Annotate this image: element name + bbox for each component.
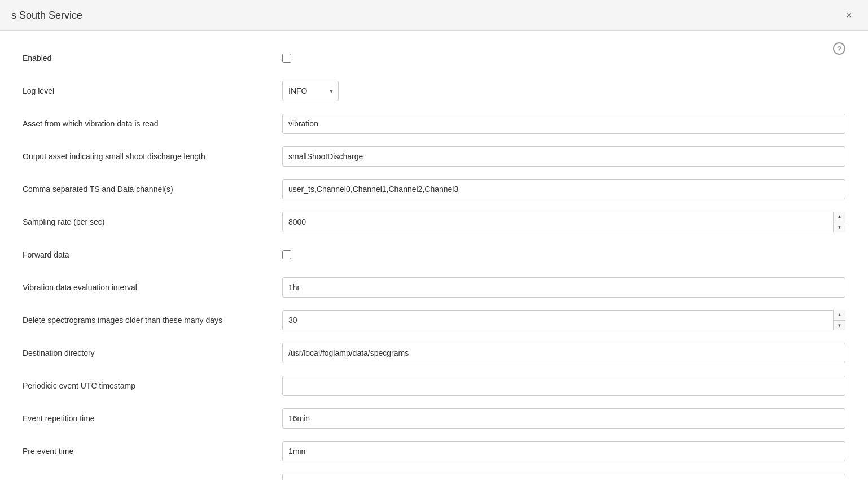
- input-destination_dir[interactable]: [282, 343, 845, 363]
- form-row-ts_channels: Comma separated TS and Data channel(s): [23, 179, 845, 199]
- form-row-periodic_utc: Periodicic event UTC timestamp: [23, 376, 845, 396]
- label-output_asset: Output asset indicating small shoot disc…: [23, 152, 282, 161]
- label-log_level: Log level: [23, 86, 282, 95]
- spinner-up-delete_spectrograms[interactable]: ▲: [834, 310, 845, 321]
- spinner-down-sampling_rate[interactable]: ▼: [834, 222, 845, 233]
- label-forward_data: Forward data: [23, 250, 282, 259]
- label-asset_vibration: Asset from which vibration data is read: [23, 119, 282, 128]
- label-event_repetition: Event repetition time: [23, 414, 282, 423]
- form-row-output_asset: Output asset indicating small shoot disc…: [23, 146, 845, 167]
- label-destination_dir: Destination directory: [23, 348, 282, 357]
- form-row-asset_vibration: Asset from which vibration data is read: [23, 114, 845, 134]
- modal-container: s South Service × ? EnabledLog levelDEBU…: [0, 0, 868, 480]
- form-row-sampling_rate: Sampling rate (per sec)▲▼: [23, 212, 845, 232]
- number-wrapper-sampling_rate: ▲▼: [282, 212, 845, 232]
- form-row-eval_interval: Vibration data evaluation interval: [23, 277, 845, 298]
- form-row-pre_event_time: Pre event time: [23, 441, 845, 461]
- modal-body: ? EnabledLog levelDEBUGINFOWARNINGERRORC…: [0, 31, 868, 480]
- form-container: EnabledLog levelDEBUGINFOWARNINGERRORCRI…: [23, 48, 845, 480]
- spinner-down-delete_spectrograms[interactable]: ▼: [834, 321, 845, 331]
- input-ts_channels[interactable]: [282, 179, 845, 199]
- spinners-sampling_rate: ▲▼: [833, 212, 845, 232]
- form-row-log_level: Log levelDEBUGINFOWARNINGERRORCRITICAL▼: [23, 81, 845, 101]
- spinners-delete_spectrograms: ▲▼: [833, 310, 845, 330]
- label-eval_interval: Vibration data evaluation interval: [23, 283, 282, 292]
- input-periodic_utc[interactable]: [282, 376, 845, 396]
- input-asset_vibration[interactable]: [282, 114, 845, 134]
- form-row-delete_spectrograms: Delete spectrograms images older than th…: [23, 310, 845, 330]
- form-row-event_duration: Event duration: [23, 474, 845, 480]
- form-row-destination_dir: Destination directory: [23, 343, 845, 363]
- input-delete_spectrograms[interactable]: [282, 310, 845, 330]
- input-pre_event_time[interactable]: [282, 441, 845, 461]
- label-ts_channels: Comma separated TS and Data channel(s): [23, 185, 282, 194]
- form-row-event_repetition: Event repetition time: [23, 408, 845, 429]
- input-event_duration[interactable]: [282, 474, 845, 480]
- checkbox-forward_data[interactable]: [282, 250, 291, 259]
- help-icon[interactable]: ?: [833, 42, 845, 55]
- select-wrapper-log_level: DEBUGINFOWARNINGERRORCRITICAL▼: [282, 81, 339, 101]
- label-sampling_rate: Sampling rate (per sec): [23, 217, 282, 226]
- number-wrapper-delete_spectrograms: ▲▼: [282, 310, 845, 330]
- select-log_level[interactable]: DEBUGINFOWARNINGERRORCRITICAL: [282, 81, 339, 101]
- form-row-forward_data: Forward data: [23, 245, 845, 265]
- input-event_repetition[interactable]: [282, 408, 845, 429]
- input-sampling_rate[interactable]: [282, 212, 845, 232]
- close-button[interactable]: ×: [841, 7, 857, 23]
- label-pre_event_time: Pre event time: [23, 447, 282, 456]
- input-output_asset[interactable]: [282, 146, 845, 167]
- modal-header: s South Service ×: [0, 0, 868, 31]
- checkbox-enabled[interactable]: [282, 54, 291, 63]
- input-eval_interval[interactable]: [282, 277, 845, 298]
- label-enabled: Enabled: [23, 54, 282, 63]
- label-delete_spectrograms: Delete spectrograms images older than th…: [23, 316, 282, 325]
- form-row-enabled: Enabled: [23, 48, 845, 68]
- label-periodic_utc: Periodicic event UTC timestamp: [23, 381, 282, 390]
- modal-title: s South Service: [11, 10, 82, 21]
- spinner-up-sampling_rate[interactable]: ▲: [834, 212, 845, 222]
